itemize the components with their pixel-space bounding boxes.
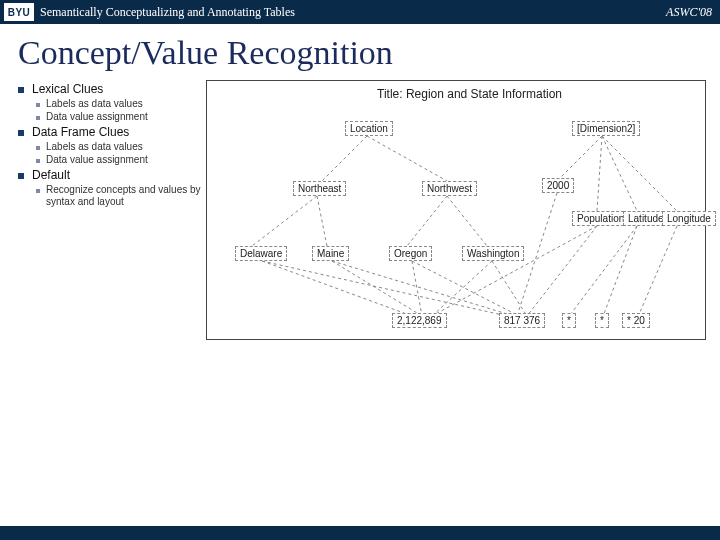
presentation-title: Semantically Conceptualizing and Annotat…: [40, 5, 295, 20]
svg-line-14: [262, 261, 507, 316]
svg-line-20: [527, 226, 597, 316]
node-value-5: * 20: [622, 313, 650, 328]
list-subitem: Recognize concepts and values by syntax …: [36, 184, 206, 208]
svg-line-11: [332, 261, 422, 316]
topbar-left: BYU Semantically Conceptualizing and Ann…: [0, 3, 295, 21]
svg-line-4: [602, 136, 637, 211]
bullet-square-icon: [36, 189, 40, 193]
bullet-square-icon: [18, 130, 24, 136]
node-northwest: Northwest: [422, 181, 477, 196]
node-value-2: 817 376: [499, 313, 545, 328]
list-subitem: Data value assignment: [36, 154, 206, 166]
list-item-label: Default: [32, 168, 70, 182]
node-northeast: Northeast: [293, 181, 346, 196]
list-subitem-label: Labels as data values: [46, 141, 143, 153]
list-subitem: Labels as data values: [36, 98, 206, 110]
list-subitem-label: Data value assignment: [46, 154, 148, 166]
top-bar: BYU Semantically Conceptualizing and Ann…: [0, 0, 720, 24]
node-value-4: *: [595, 313, 609, 328]
node-value-3: *: [562, 313, 576, 328]
svg-line-1: [367, 136, 447, 181]
list-item: Lexical Clues: [18, 82, 206, 96]
svg-line-12: [412, 261, 422, 316]
bullet-list: Lexical Clues Labels as data values Data…: [18, 80, 206, 340]
node-maine: Maine: [312, 246, 349, 261]
svg-line-8: [407, 196, 447, 246]
node-delaware: Delaware: [235, 246, 287, 261]
svg-line-5: [602, 136, 677, 211]
svg-line-21: [567, 226, 637, 319]
conference-label: ASWC'08: [666, 5, 712, 20]
diagram: Title: Region and State Information: [206, 80, 706, 340]
bullet-square-icon: [36, 146, 40, 150]
node-year: 2000: [542, 178, 574, 193]
node-dimension2: [Dimension2]: [572, 121, 640, 136]
list-subitem-label: Recognize concepts and values by syntax …: [46, 184, 206, 208]
bottom-bar: [0, 526, 720, 540]
bullet-square-icon: [18, 87, 24, 93]
svg-line-3: [597, 136, 602, 211]
svg-line-13: [432, 261, 492, 316]
svg-line-6: [252, 196, 317, 246]
bullet-square-icon: [36, 103, 40, 107]
svg-line-15: [332, 261, 514, 316]
svg-line-22: [602, 226, 637, 319]
svg-line-7: [317, 196, 327, 246]
list-item: Default: [18, 168, 206, 182]
diagram-edges: [207, 81, 705, 339]
node-washington: Washington: [462, 246, 524, 261]
node-oregon: Oregon: [389, 246, 432, 261]
byu-logo: BYU: [4, 3, 34, 21]
list-subitem: Data value assignment: [36, 111, 206, 123]
svg-line-10: [262, 261, 412, 316]
svg-line-0: [322, 136, 367, 181]
svg-line-16: [412, 261, 519, 316]
list-item-label: Data Frame Clues: [32, 125, 129, 139]
svg-line-2: [557, 136, 602, 181]
svg-line-17: [492, 261, 527, 316]
node-population: Population: [572, 211, 629, 226]
bullet-square-icon: [18, 173, 24, 179]
slide-title: Concept/Value Recognition: [0, 24, 720, 80]
list-item: Data Frame Clues: [18, 125, 206, 139]
bullet-square-icon: [36, 116, 40, 120]
svg-line-23: [637, 226, 677, 319]
node-value-1: 2,122,869: [392, 313, 447, 328]
node-longitude: Longitude: [662, 211, 716, 226]
svg-line-19: [432, 226, 597, 316]
slide-content: Lexical Clues Labels as data values Data…: [0, 80, 720, 340]
list-item-label: Lexical Clues: [32, 82, 103, 96]
list-subitem: Labels as data values: [36, 141, 206, 153]
bullet-square-icon: [36, 159, 40, 163]
node-location: Location: [345, 121, 393, 136]
list-subitem-label: Labels as data values: [46, 98, 143, 110]
svg-line-9: [447, 196, 487, 246]
list-subitem-label: Data value assignment: [46, 111, 148, 123]
